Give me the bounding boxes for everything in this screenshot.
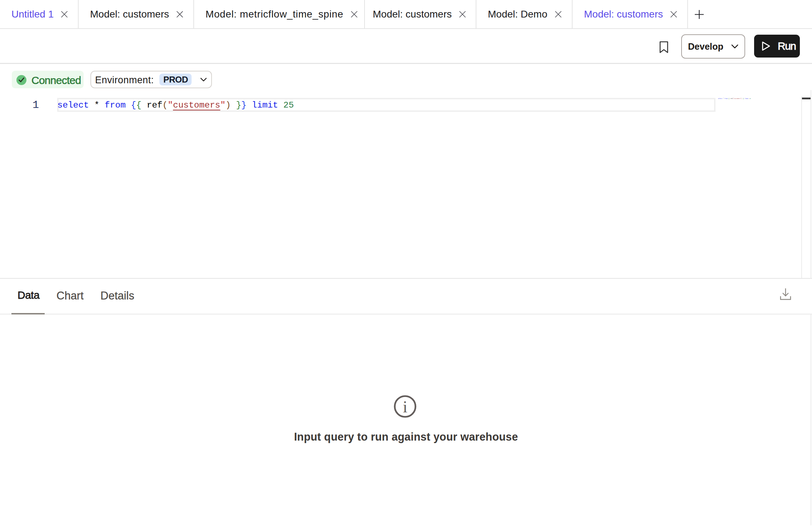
svg-text:select * from {{ ref("customer: select * from {{ ref("customers") }} lim… [718,98,751,99]
svg-text:i: i [403,397,407,416]
